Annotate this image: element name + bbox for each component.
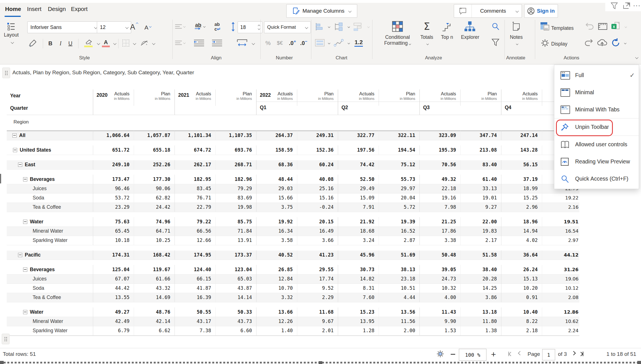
value-cell[interactable]: 19.22 [542, 193, 579, 203]
export-excel-button[interactable]: x [610, 21, 622, 31]
layout-chart-button[interactable] [352, 21, 364, 32]
value-cell[interactable]: 40.52 [256, 250, 297, 260]
menu-item-quick-access-ctrl-f-[interactable]: Quick Access (Ctrl+F) [554, 170, 639, 187]
first-page-button[interactable] [508, 352, 512, 356]
sparkline-chevron-icon[interactable] [348, 42, 350, 44]
more-options-button[interactable]: ··· [633, 1, 641, 10]
value-cell[interactable]: 174.31 [93, 250, 134, 260]
value-cell[interactable]: -0.24 [297, 203, 338, 212]
value-cell[interactable]: 49.32 [419, 175, 460, 184]
clear-formatting-chevron-icon[interactable] [152, 42, 155, 45]
value-cell[interactable]: 125.04 [93, 265, 134, 274]
value-cell[interactable]: 322.11 [379, 131, 419, 140]
font-name-select[interactable]: Inforiver Sans [27, 21, 100, 33]
row-label[interactable]: East [25, 162, 35, 168]
selection-handle[interactable] [0, 361, 4, 364]
value-cell[interactable]: 3.32 [256, 293, 297, 302]
title-drag-handle[interactable] [2, 68, 10, 78]
value-cell[interactable]: 8.22 [501, 317, 542, 326]
value-cell[interactable]: 43.17 [175, 317, 215, 326]
percent-format-button[interactable]: % [264, 38, 272, 48]
value-cell[interactable]: 24.42 [134, 203, 175, 212]
value-cell[interactable]: 79.29 [215, 184, 256, 193]
value-cell[interactable]: 8.31 [338, 284, 379, 293]
collapse-icon[interactable] [23, 220, 27, 224]
value-cell[interactable]: 29.03 [256, 184, 297, 193]
value-cell[interactable]: 26.24 [501, 265, 542, 274]
value-cell[interactable]: 66.15 [175, 274, 215, 284]
value-cell[interactable]: 43.32 [134, 284, 175, 293]
zoom-level-box[interactable]: 100 % [459, 349, 486, 361]
value-cell[interactable]: 693.76 [215, 145, 256, 155]
row-label[interactable]: Soda [33, 195, 44, 201]
value-cell[interactable]: 9.90 [419, 317, 460, 326]
value-cell[interactable]: 6.60 [215, 326, 256, 335]
value-cell[interactable]: 41.87 [175, 284, 215, 293]
value-cell[interactable]: 13.55 [93, 293, 134, 302]
value-cell[interactable]: 76.71 [175, 193, 215, 203]
row-label[interactable]: Tea & Coffee [33, 204, 61, 210]
value-cell[interactable]: 37.19 [501, 175, 542, 184]
top-n-button[interactable] [441, 20, 453, 33]
row-label[interactable]: Beverages [30, 267, 55, 273]
bar-chart-chevron-icon[interactable] [328, 26, 330, 28]
value-cell[interactable]: 1.38 [460, 326, 501, 335]
value-cell[interactable]: 7.38 [175, 326, 215, 335]
layout-chart-chevron-icon[interactable] [367, 26, 370, 28]
value-cell[interactable]: 14.25 [460, 284, 501, 293]
font-color-button[interactable]: A [101, 38, 111, 49]
page-number-input[interactable]: 1 [542, 349, 555, 360]
value-cell[interactable]: 38.40 [460, 265, 501, 274]
value-cell[interactable]: 12.26 [256, 317, 297, 326]
value-cell[interactable]: 13.18 [460, 307, 501, 317]
value-cell[interactable]: 19.06 [542, 274, 579, 284]
value-cell[interactable]: 14.82 [338, 274, 379, 284]
value-cell[interactable]: 2.08 [542, 293, 579, 302]
value-cell[interactable]: 62.82 [134, 193, 175, 203]
value-cell[interactable]: 29.97 [379, 184, 419, 193]
previous-page-button[interactable] [519, 352, 522, 355]
value-cell[interactable]: 16.39 [175, 293, 215, 302]
collapse-icon[interactable] [23, 310, 27, 314]
value-cell[interactable]: 6.62 [134, 326, 175, 335]
collapse-icon[interactable] [23, 177, 27, 181]
value-cell[interactable]: 2.00 [379, 326, 419, 335]
value-cell[interactable]: 45.96 [338, 250, 379, 260]
value-cell[interactable]: 2.17 [460, 236, 501, 245]
value-cell[interactable]: 20.04 [379, 193, 419, 203]
value-cell[interactable]: 31.26 [542, 265, 579, 274]
value-cell[interactable]: 9.27 [460, 203, 501, 212]
value-cell[interactable]: 0.91 [501, 293, 542, 302]
value-cell[interactable]: 10.51 [379, 284, 419, 293]
value-cell[interactable]: 61.66 [134, 274, 175, 284]
menu-item-unpin-toolbar[interactable]: Unpin Toolbar [554, 118, 639, 136]
decrease-font-button[interactable]: A [142, 23, 154, 33]
highlight-chevron-icon[interactable] [97, 42, 100, 45]
value-cell[interactable]: 18.68 [338, 226, 379, 236]
font-size-select[interactable]: 12 [97, 21, 131, 33]
value-cell[interactable]: 66.56 [175, 226, 215, 236]
value-cell[interactable]: 123.04 [215, 265, 256, 274]
value-cell[interactable]: 90.06 [134, 184, 175, 193]
value-cell[interactable]: 1.28 [338, 326, 379, 335]
value-cell[interactable]: 1,066.64 [93, 131, 134, 140]
tab-home[interactable]: Home [5, 6, 21, 12]
format-painter-button[interactable] [27, 38, 38, 49]
value-cell[interactable]: 173.47 [93, 175, 134, 184]
zoom-out-button[interactable] [449, 351, 457, 357]
value-cell[interactable]: 42.14 [134, 317, 175, 326]
value-cell[interactable]: 20.15 [297, 217, 338, 226]
value-cell[interactable]: 10.25 [134, 236, 175, 245]
value-cell[interactable]: 11.43 [419, 307, 460, 317]
borders-button[interactable] [122, 39, 130, 47]
value-cell[interactable]: 9.52 [297, 284, 338, 293]
refresh-chevron-icon[interactable] [624, 42, 626, 44]
increase-indent-button[interactable] [211, 38, 224, 48]
row-label[interactable]: Juices [33, 186, 47, 192]
value-cell[interactable]: 213.08 [460, 145, 501, 155]
decrease-indent-button[interactable] [193, 38, 206, 48]
value-cell[interactable]: 2.29 [297, 293, 338, 302]
value-cell[interactable]: 3.58 [256, 236, 297, 245]
value-cell[interactable]: 96.46 [93, 184, 134, 193]
value-cell[interactable]: 22.79 [175, 203, 215, 212]
